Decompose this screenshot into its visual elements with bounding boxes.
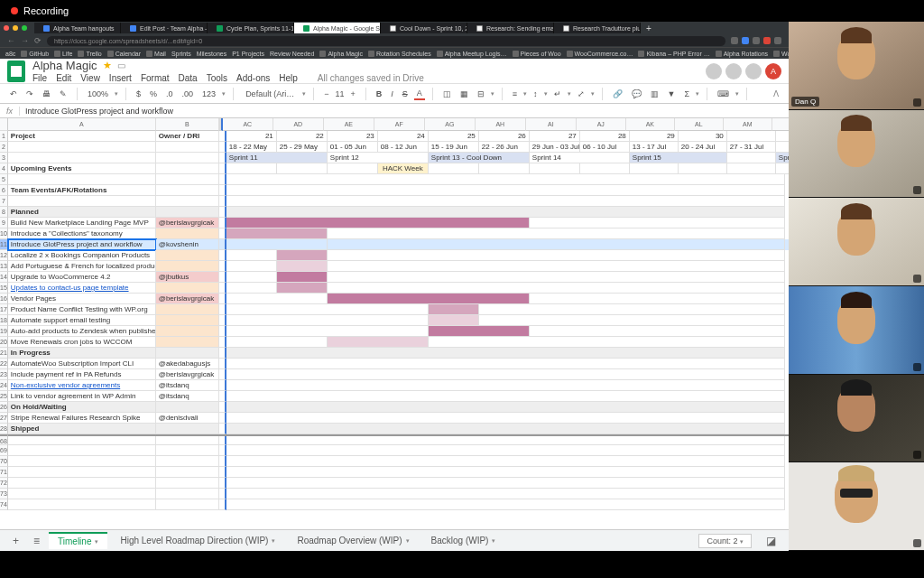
cell[interactable]: @berislavgrgicak (156, 218, 219, 228)
sheet-tab[interactable]: Backlog (WIP)▾ (422, 533, 505, 548)
cell[interactable]: 30 (679, 131, 727, 142)
gantt-bar[interactable] (277, 250, 328, 261)
cell[interactable] (8, 153, 156, 163)
cell[interactable] (776, 131, 789, 142)
col-header[interactable]: AG (425, 118, 476, 131)
browser-tab[interactable]: Cycle Plan, Sprints 11-13, 20… (208, 23, 294, 33)
doc-title[interactable]: Alpha Magic (32, 59, 97, 72)
extension-icon[interactable] (753, 37, 760, 44)
cell[interactable]: 13 - 17 Jul (630, 142, 679, 153)
italic-button[interactable]: I (388, 89, 396, 99)
cell[interactable]: Product Name Conflict Testing with WP.or… (8, 304, 156, 315)
col-header[interactable]: AI (526, 118, 577, 131)
row-header[interactable]: 17 (0, 304, 8, 315)
cell[interactable]: Include payment ref in PA Refunds (8, 369, 156, 380)
select-all-corner[interactable] (0, 118, 8, 131)
row-header[interactable]: 21 (0, 348, 8, 359)
close-window-icon[interactable] (4, 25, 9, 31)
gantt-bar[interactable] (277, 272, 328, 283)
cell[interactable]: Sprint 15 (630, 153, 727, 163)
col-header[interactable]: AH (476, 118, 526, 131)
row-header[interactable]: 16 (0, 294, 8, 304)
gantt-bar[interactable] (277, 283, 328, 294)
cell[interactable]: Sprint 12 (328, 153, 429, 163)
cell[interactable]: 18 - 22 May (226, 142, 277, 153)
cell[interactable] (156, 142, 219, 153)
bookmark-item[interactable]: Milestones (197, 51, 226, 57)
bookmark-item[interactable]: Pieces of Woo (513, 51, 561, 57)
cell[interactable]: @denisdvali (156, 413, 219, 424)
cell[interactable]: Upgrade to WooCommerce 4.2 (8, 272, 156, 283)
number-format-select[interactable]: 123 (199, 89, 218, 99)
bookmark-item[interactable]: Life (54, 51, 72, 57)
increase-decimal-button[interactable]: .00 (180, 89, 197, 99)
cell[interactable]: @berislavgrgicak (156, 369, 219, 380)
sheet-tab[interactable]: Roadmap Overview (WIP)▾ (288, 533, 418, 548)
cell[interactable]: 15 - 19 Jun (429, 142, 479, 153)
wrap-icon[interactable]: ↵ (551, 89, 564, 99)
video-tile[interactable] (789, 286, 924, 375)
collapse-toolbar-icon[interactable]: ᐱ (771, 89, 781, 99)
collaborator-avatar[interactable] (745, 63, 762, 79)
sheets-logo-icon[interactable] (7, 61, 25, 82)
cell[interactable]: 08 - 12 Jun (378, 142, 429, 153)
sheet-tab[interactable]: High Level Roadmap Direction (WIP)▾ (111, 533, 284, 548)
row-header[interactable]: 25 (0, 391, 8, 402)
cell[interactable]: 29 Jun - 03 Jul (530, 142, 580, 153)
row-header[interactable]: 18 (0, 315, 8, 326)
row-header[interactable]: 13 (0, 261, 8, 272)
cell[interactable]: Sprint 14 (530, 153, 630, 163)
cell[interactable]: On Hold/Waiting (8, 402, 156, 413)
undo-icon[interactable]: ↶ (7, 89, 20, 99)
col-header[interactable]: AJ (577, 118, 626, 131)
bookmark-item[interactable]: Alpha Rotations (716, 51, 768, 57)
row-header[interactable]: 9 (0, 218, 8, 228)
link-icon[interactable]: 🔗 (610, 89, 625, 99)
cell[interactable]: Automate support email testing (8, 315, 156, 326)
cell[interactable]: Non-exclusive vendor agreements (8, 380, 156, 391)
row-header[interactable]: 3 (0, 153, 8, 163)
gantt-bar[interactable] (328, 294, 530, 304)
cell[interactable]: 21 (226, 131, 277, 142)
gantt-bar[interactable] (277, 261, 328, 272)
row-header[interactable]: 4 (0, 163, 8, 174)
cell[interactable] (156, 153, 219, 163)
forward-icon[interactable]: → (21, 36, 29, 45)
bookmark-item[interactable]: Alpha Magic (319, 51, 363, 57)
font-size-plus[interactable]: + (347, 89, 357, 99)
row-header[interactable]: 69 (0, 445, 8, 456)
row-header[interactable]: 27 (0, 413, 8, 424)
col-header[interactable]: AF (374, 118, 425, 131)
bookmark-item[interactable]: Mail (146, 51, 166, 57)
cell[interactable]: @itsdanq (156, 391, 219, 402)
bookmark-item[interactable]: P1 Projects (232, 51, 264, 57)
video-tile[interactable]: Dan Q (789, 22, 924, 110)
font-size-input[interactable]: 11 (335, 89, 344, 98)
print-icon[interactable]: 🖶 (40, 89, 53, 99)
decrease-decimal-button[interactable]: .0 (163, 89, 176, 99)
menu-addons[interactable]: Add-ons (236, 73, 270, 83)
cell[interactable]: Sprint 13 - Cool Down (429, 153, 530, 163)
collaborator-avatar[interactable] (725, 63, 742, 79)
row-header[interactable]: 70 (0, 456, 8, 467)
cell[interactable]: Vendor Pages (8, 294, 156, 304)
cell[interactable]: 25 - 29 May (277, 142, 328, 153)
menu-tools[interactable]: Tools (207, 73, 227, 83)
row-header[interactable]: 71 (0, 467, 8, 478)
font-size-minus[interactable]: − (321, 89, 331, 99)
bold-button[interactable]: B (374, 89, 385, 99)
row-header[interactable]: 5 (0, 174, 8, 185)
row-header[interactable]: 11 (0, 239, 8, 250)
cell[interactable]: Updates to contact-us page template (8, 283, 156, 294)
row-header[interactable]: 22 (0, 359, 8, 369)
browser-tab[interactable]: Cool Down - Sprint 10, 20… (381, 23, 467, 33)
gantt-bar[interactable] (226, 228, 328, 239)
extension-icon[interactable] (742, 37, 749, 44)
bookmark-item[interactable]: Alpha Meetup Logis… (437, 51, 507, 57)
video-tile[interactable] (789, 110, 924, 199)
zoom-select[interactable]: 100% (85, 89, 111, 98)
browser-tab[interactable]: Research: Sending emails wh… (467, 23, 554, 33)
reload-icon[interactable]: ⟳ (34, 36, 42, 45)
cell[interactable]: Shipped (8, 424, 156, 434)
cell[interactable]: Add Portuguese & French for localized pr… (8, 261, 156, 272)
